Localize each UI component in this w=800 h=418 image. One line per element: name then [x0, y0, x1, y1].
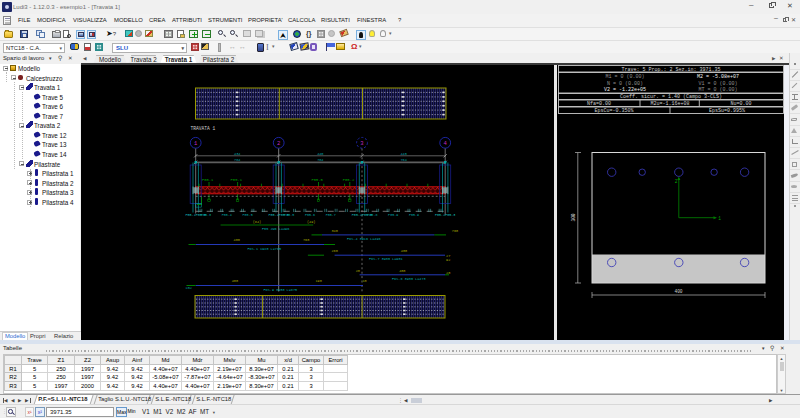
svg-text:4: 4 — [444, 140, 448, 147]
svg-text:(49): (49) — [307, 220, 315, 224]
svg-text:400: 400 — [401, 249, 407, 253]
svg-text:P05.9: P05.9 — [388, 213, 398, 217]
svg-text:1: 1 — [194, 140, 198, 147]
svg-text:2: 2 — [675, 179, 678, 184]
svg-text:POS.1 1W20 L=765: POS.1 1W20 L=765 — [248, 246, 282, 250]
svg-text:440: 440 — [317, 151, 323, 155]
svg-text:X02: X02 — [186, 285, 192, 289]
svg-text:10: 10 — [362, 279, 366, 283]
svg-text:POS.9 3W30 L=875: POS.9 3W30 L=875 — [264, 287, 298, 291]
svg-text:P05.5: P05.5 — [243, 213, 253, 217]
svg-text:190: 190 — [315, 279, 321, 283]
svg-text:EpsCu=-0.350%: EpsCu=-0.350% — [594, 108, 633, 114]
svg-text:P05.9: P05.9 — [409, 213, 419, 217]
svg-text:Nu=0.00: Nu=0.00 — [730, 101, 751, 107]
svg-text:Coeff. sicur. = 1.40 (Campo 3-: Coeff. sicur. = 1.40 (Campo 3-CLS) — [620, 94, 722, 100]
svg-text:P05.5: P05.5 — [312, 177, 324, 181]
svg-text:300: 300 — [571, 213, 576, 221]
svg-text:P05.7: P05.7 — [326, 213, 336, 217]
svg-text:760: 760 — [452, 228, 458, 232]
svg-text:400: 400 — [234, 238, 240, 242]
svg-text:2: 2 — [277, 140, 280, 147]
svg-text:P05.1: P05.1 — [202, 177, 214, 181]
svg-text:P05 2W6 L=496: P05 2W6 L=496 — [262, 227, 289, 231]
svg-text:TRAVATA 1: TRAVATA 1 — [191, 125, 216, 130]
svg-text:Nfa=0.00: Nfa=0.00 — [587, 101, 611, 107]
svg-text:P05.1: P05.1 — [231, 177, 243, 181]
svg-text:440: 440 — [400, 151, 406, 155]
svg-text:M2 = -5.08e+07: M2 = -5.08e+07 — [697, 74, 739, 80]
svg-text:20: 20 — [446, 270, 450, 274]
svg-text:P05.4: P05.4 — [222, 213, 232, 217]
svg-text:P05.2P05.3: P05.2P05.3 — [269, 213, 289, 217]
svg-text:434: 434 — [234, 151, 240, 155]
svg-text:N = 0 (0.00): N = 0 (0.00) — [607, 80, 643, 86]
svg-text:M2u=-1.16e+08: M2u=-1.16e+08 — [650, 101, 689, 107]
svg-text:(84): (84) — [253, 220, 261, 224]
svg-text:P05.2P05.3: P05.2P05.3 — [186, 213, 206, 217]
svg-text:V1 = 0 (0.00): V1 = 0 (0.00) — [698, 80, 737, 86]
svg-text:1: 1 — [718, 215, 721, 220]
svg-text:784: 784 — [234, 158, 240, 162]
svg-text:Trave: 5 Prop.: 2 Sez.in: 39: Trave: 5 Prop.: 2 Sez.in: 3971.35 — [621, 66, 720, 72]
svg-text:3: 3 — [360, 140, 363, 147]
svg-text:P05.2P05.3: P05.2P05.3 — [435, 213, 455, 217]
svg-text:POS.4 3W16 L=496: POS.4 3W16 L=496 — [347, 236, 381, 240]
svg-text:20: 20 — [356, 268, 360, 272]
svg-text:POS.6 3W30 L=473: POS.6 3W30 L=473 — [392, 276, 426, 280]
svg-text:MT = 0 (0.00): MT = 0 (0.00) — [698, 87, 737, 93]
svg-text:400: 400 — [399, 268, 405, 272]
svg-text:92: 92 — [446, 257, 450, 261]
svg-text:P05.2: P05.2 — [343, 177, 355, 181]
svg-text:260: 260 — [331, 249, 337, 253]
svg-text:764: 764 — [400, 158, 406, 162]
svg-text:760: 760 — [303, 238, 309, 242]
svg-text:POS.7 3W30 L=901: POS.7 3W30 L=901 — [369, 257, 403, 261]
svg-text:EpsSu=0.995%: EpsSu=0.995% — [709, 108, 745, 114]
svg-text:P05.2P05.3: P05.2P05.3 — [352, 213, 372, 217]
svg-text:400: 400 — [674, 289, 682, 294]
svg-text:M1 = 0 (0.00): M1 = 0 (0.00) — [605, 74, 644, 80]
svg-text:400: 400 — [232, 279, 238, 283]
svg-text:P05.6: P05.6 — [305, 213, 315, 217]
svg-text:340: 340 — [331, 228, 337, 232]
svg-text:784: 784 — [317, 158, 323, 162]
svg-text:V2 = -1.22e+05: V2 = -1.22e+05 — [604, 87, 646, 93]
